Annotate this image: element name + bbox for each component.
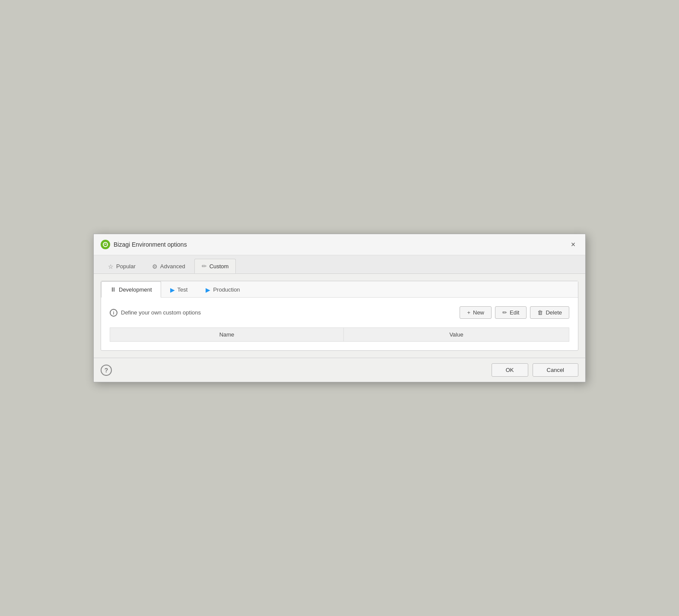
- new-button[interactable]: + New: [460, 306, 492, 319]
- ok-button[interactable]: OK: [492, 363, 528, 377]
- dialog-content: ⏸ Development ▶ Test ▶ Production i: [94, 274, 585, 358]
- col-name-header: Name: [110, 328, 344, 342]
- env-tab-development-label: Development: [119, 286, 152, 293]
- tab-custom-label: Custom: [209, 263, 229, 270]
- info-icon: i: [110, 309, 117, 317]
- env-info-text: Define your own custom options: [121, 309, 201, 316]
- footer-left: ?: [101, 365, 112, 376]
- env-content: i Define your own custom options + New ✏…: [101, 298, 578, 350]
- delete-button[interactable]: 🗑 Delete: [530, 306, 569, 319]
- env-actions: + New ✏ Edit 🗑 Delete: [460, 306, 569, 319]
- trash-icon: 🗑: [537, 309, 543, 316]
- delete-button-label: Delete: [546, 309, 562, 316]
- plus-icon: +: [467, 309, 470, 316]
- cancel-button[interactable]: Cancel: [533, 363, 578, 377]
- tab-popular-label: Popular: [116, 263, 136, 270]
- close-button[interactable]: ×: [568, 239, 578, 250]
- tab-advanced[interactable]: ⚙ Advanced: [145, 259, 193, 273]
- help-button[interactable]: ?: [101, 365, 112, 376]
- environment-panel: ⏸ Development ▶ Test ▶ Production i: [101, 281, 578, 351]
- dialog: Bizagi Environment options × ☆ Popular ⚙…: [93, 234, 586, 382]
- env-tab-production[interactable]: ▶ Production: [197, 281, 249, 298]
- env-tab-development[interactable]: ⏸ Development: [101, 281, 161, 298]
- env-tab-test[interactable]: ▶ Test: [161, 281, 197, 298]
- col-value-header: Value: [344, 328, 569, 342]
- footer-right: OK Cancel: [492, 363, 578, 377]
- star-icon: ☆: [108, 263, 114, 270]
- edit-button[interactable]: ✏ Edit: [495, 306, 527, 319]
- title-bar-left: Bizagi Environment options: [101, 240, 187, 249]
- tab-advanced-label: Advanced: [160, 263, 185, 270]
- main-tabs-bar: ☆ Popular ⚙ Advanced ✏ Custom: [94, 255, 585, 274]
- play-icon-test: ▶: [170, 286, 175, 293]
- tab-custom[interactable]: ✏ Custom: [194, 259, 236, 273]
- tab-popular[interactable]: ☆ Popular: [101, 259, 143, 273]
- env-tab-production-label: Production: [213, 286, 240, 293]
- env-tab-bar: ⏸ Development ▶ Test ▶ Production: [101, 281, 578, 298]
- pause-icon: ⏸: [110, 286, 116, 293]
- new-button-label: New: [473, 309, 484, 316]
- data-table: Name Value: [110, 327, 569, 342]
- gear-icon: ⚙: [152, 263, 158, 270]
- edit-icon: ✏: [502, 309, 507, 316]
- edit-button-label: Edit: [510, 309, 519, 316]
- title-bar: Bizagi Environment options ×: [94, 234, 585, 255]
- dialog-footer: ? OK Cancel: [94, 358, 585, 382]
- dialog-title: Bizagi Environment options: [114, 241, 187, 248]
- bizagi-logo: [101, 240, 110, 249]
- play-icon-prod: ▶: [206, 286, 210, 293]
- pencil-icon: ✏: [202, 263, 207, 270]
- env-tab-test-label: Test: [178, 286, 188, 293]
- env-info: i Define your own custom options: [110, 309, 201, 317]
- env-header: i Define your own custom options + New ✏…: [110, 306, 569, 319]
